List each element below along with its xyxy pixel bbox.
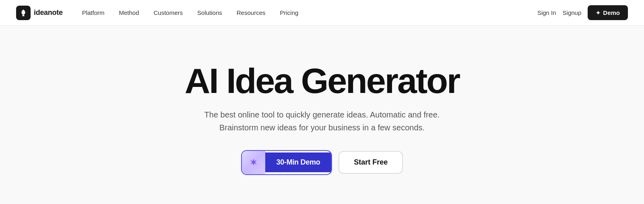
- navbar: ideanote Platform Method Customers Solut…: [0, 0, 644, 26]
- nav-link-pricing[interactable]: Pricing: [273, 6, 305, 19]
- nav-link-customers[interactable]: Customers: [147, 6, 190, 19]
- nav-link-solutions[interactable]: Solutions: [191, 6, 229, 19]
- nav-link-method[interactable]: Method: [112, 6, 145, 19]
- signup-link[interactable]: Signup: [563, 9, 582, 16]
- hero-section: AI Idea Generator The best online tool t…: [0, 26, 644, 204]
- logo-icon: [16, 6, 31, 20]
- hero-title: AI Idea Generator: [185, 63, 460, 99]
- demo-cta-button[interactable]: 30-Min Demo: [241, 150, 332, 175]
- nav-right: Sign In Signup ✦ Demo: [537, 5, 628, 20]
- demo-star-icon: ✦: [596, 10, 601, 16]
- hero-subtitle-line2: Brainstorm new ideas for your business i…: [219, 123, 425, 132]
- logo-text: ideanote: [34, 8, 63, 17]
- nav-link-resources[interactable]: Resources: [230, 6, 272, 19]
- demo-cta-icon: [242, 151, 265, 174]
- demo-cta-label: 30-Min Demo: [265, 152, 332, 172]
- nav-link-platform[interactable]: Platform: [76, 6, 111, 19]
- hero-subtitle-line1: The best online tool to quickly generate…: [204, 110, 440, 119]
- demo-button[interactable]: ✦ Demo: [588, 5, 628, 20]
- svg-point-0: [250, 159, 252, 161]
- svg-point-1: [255, 164, 256, 165]
- logo[interactable]: ideanote: [16, 6, 63, 20]
- signin-link[interactable]: Sign In: [537, 9, 556, 16]
- start-free-button[interactable]: Start Free: [339, 151, 403, 174]
- hero-buttons: 30-Min Demo Start Free: [241, 150, 403, 175]
- nav-links: Platform Method Customers Solutions Reso…: [76, 6, 537, 19]
- hero-subtitle: The best online tool to quickly generate…: [204, 108, 440, 134]
- demo-button-label: Demo: [603, 9, 620, 16]
